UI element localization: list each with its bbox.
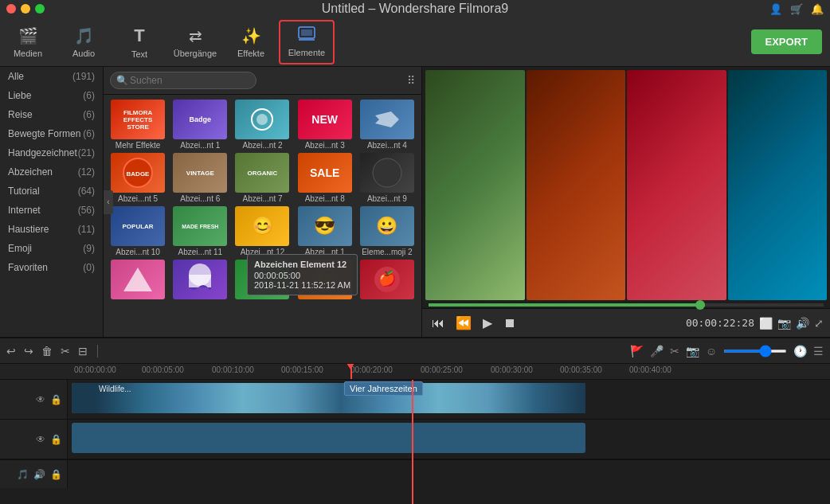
track-eye-button-2[interactable]: 👁	[36, 434, 45, 445]
thumbnail-abz7[interactable]: ORGANIC Abzei...nt 7	[233, 153, 292, 203]
thumbnail-abz6[interactable]: VINTAGE Abzei...nt 6	[170, 153, 229, 203]
close-button[interactable]	[6, 4, 16, 14]
thumbnail-row4a[interactable]	[108, 260, 167, 301]
video-clip[interactable]: Wildlife...	[72, 383, 585, 413]
preview-panel: ⏮ ⏪ ▶ ⏹ 00:00:22:28 ⬜ 📷 🔊 ⤢	[422, 67, 830, 337]
undo-button[interactable]: ↩	[6, 345, 16, 357]
timeline: ↩ ↪ 🗑 ✂ ⊟ 🚩 🎤 ✂ 📷 ☺ 🕐 ☰ 00:00:00:00 00:0…	[0, 337, 830, 504]
thumbnail-abz13[interactable]: 😎 Abzei...nt 1	[296, 206, 354, 256]
timeline-toolbar: ↩ ↪ 🗑 ✂ ⊟ 🚩 🎤 ✂ 📷 ☺ 🕐 ☰	[0, 338, 830, 364]
grid-view-icon[interactable]: ⠿	[407, 74, 415, 87]
volume-slider[interactable]	[723, 350, 787, 353]
minimize-button[interactable]	[21, 4, 30, 14]
export-button[interactable]: EXPORT	[751, 29, 822, 54]
toolbar-item-uebergaenge[interactable]: ⇄ Übergänge	[167, 20, 223, 64]
thumb-image	[173, 260, 227, 299]
toolbar-item-audio[interactable]: 🎵 Audio	[56, 20, 112, 64]
stop-button[interactable]: ⏹	[500, 315, 519, 332]
window-controls[interactable]	[6, 4, 45, 14]
category-favoriten[interactable]: Favoriten (0)	[0, 258, 103, 277]
cut-button[interactable]: ✂	[61, 345, 70, 357]
flag-icon[interactable]: 🚩	[630, 345, 644, 357]
thumbnail-row4e[interactable]: 🍎	[358, 260, 417, 301]
thumb-image	[235, 260, 289, 299]
track-lock-button[interactable]: 🔒	[50, 394, 62, 405]
play-button[interactable]: ▶	[480, 314, 495, 332]
cart-icon[interactable]: 🛒	[790, 3, 803, 15]
toolbar-item-elemente[interactable]: Elemente	[279, 20, 335, 64]
track-eye-button[interactable]: 👁	[36, 394, 45, 405]
category-emoji[interactable]: Emoji (9)	[0, 239, 103, 258]
bottom-audio-controls: 🎵 🔊 🔒	[0, 460, 68, 488]
mic-icon[interactable]: 🎤	[650, 345, 664, 357]
audio-volume-btn[interactable]: 🔊	[33, 469, 45, 480]
thumb-image: MADE FRESH	[173, 206, 227, 246]
panel-collapse-button[interactable]: ‹	[104, 190, 113, 214]
screen-icon-button[interactable]: ⬜	[759, 317, 773, 330]
thumbnail-abz2[interactable]: Abzei...nt 2	[233, 100, 292, 150]
thumbnail-abz11[interactable]: MADE FRESH Abzei...nt 11	[170, 206, 229, 256]
audio-clip[interactable]	[72, 423, 585, 453]
thumbnail-abz4[interactable]: Abzei...nt 4	[358, 100, 417, 150]
thumbnail-abz1[interactable]: Badge Abzei...nt 1	[170, 100, 229, 150]
category-reise[interactable]: Reise (6)	[0, 105, 103, 124]
toolbar-item-effekte[interactable]: ✨ Effekte	[223, 20, 279, 64]
audio-track-body[interactable]	[68, 420, 830, 459]
thumbnail-abz3[interactable]: NEW Abzei...nt 3	[296, 100, 354, 150]
smiley-icon[interactable]: ☺	[706, 345, 717, 357]
thumbnail-row4b[interactable]	[170, 260, 229, 301]
toolbar-item-text[interactable]: T Text	[112, 20, 167, 64]
category-liebe[interactable]: Liebe (6)	[0, 86, 103, 105]
menu-icon[interactable]: ☰	[813, 345, 824, 357]
account-icon[interactable]: 👤	[769, 3, 782, 15]
thumbnail-row4c[interactable]	[233, 260, 292, 301]
category-haustiere[interactable]: Haustiere (11)	[0, 220, 103, 239]
photo-icon[interactable]: 📷	[686, 345, 699, 357]
search-input[interactable]	[110, 72, 256, 89]
thumbnail-abz12[interactable]: 😊 Abzei...nt 12	[233, 206, 292, 256]
camera-icon-button[interactable]: 📷	[777, 317, 791, 330]
toolbar-item-medien[interactable]: 🎬 Medien	[0, 20, 56, 64]
thumbnail-abz5[interactable]: BADGE Abzei...nt 5	[108, 153, 167, 203]
clock-icon[interactable]: 🕐	[793, 345, 807, 357]
thumb-label: Abzei...nt 1	[305, 248, 345, 256]
volume-icon-button[interactable]: 🔊	[796, 317, 809, 330]
search-wrapper: 🔍	[110, 72, 402, 89]
maximize-button[interactable]	[35, 4, 45, 14]
fullscreen-button[interactable]: ⤢	[814, 317, 824, 330]
split-button[interactable]: ⊟	[78, 345, 88, 357]
video-track-body[interactable]: Wildlife...	[68, 380, 830, 419]
track-lock-button-2[interactable]: 🔒	[50, 434, 62, 445]
thumb-image	[360, 153, 414, 193]
audio-lock-btn[interactable]: 🔒	[50, 469, 62, 480]
category-internet[interactable]: Internet (56)	[0, 201, 103, 220]
playhead[interactable]	[350, 364, 352, 380]
uebergaenge-icon: ⇄	[189, 26, 202, 45]
category-tutorial[interactable]: Tutorial (64)	[0, 182, 103, 201]
audio-icon: 🎵	[74, 26, 94, 45]
timeline-ruler[interactable]: 00:00:00:00 00:00:05:00 00:00:10:00 00:0…	[0, 364, 830, 380]
thumbnail-abz8[interactable]: SALE Abzei...nt 8	[296, 153, 354, 203]
thumbnail-elme2[interactable]: 😀 Eleme...moji 2	[358, 206, 417, 256]
category-abzeichen[interactable]: Abzeichen (12)	[0, 162, 103, 182]
thumbnail-abz10[interactable]: POPULAR Abzei...nt 10	[108, 206, 167, 256]
thumb-image: BADGE	[111, 153, 165, 193]
notification-icon[interactable]: 🔔	[811, 3, 824, 15]
audio-note-icon[interactable]: 🎵	[17, 469, 29, 480]
category-bewegte-formen[interactable]: Bewegte Formen (6)	[0, 124, 103, 143]
clip-video-label: Wildlife...	[99, 385, 131, 393]
thumbnail-row4d[interactable]: 🍊	[296, 260, 354, 301]
preview-scrubber[interactable]	[429, 303, 824, 307]
ruler-mark-0: 00:00:00:00	[74, 365, 116, 374]
rewind-button[interactable]: ⏮	[429, 315, 448, 332]
preview-thumb-1	[425, 70, 525, 300]
thumbnail-abz9[interactable]: Abzei...nt 9	[358, 153, 417, 203]
redo-button[interactable]: ↪	[24, 345, 33, 357]
category-handgezeichnet[interactable]: Handgezeichnet (21)	[0, 143, 103, 162]
scissors-icon[interactable]: ✂	[670, 345, 679, 357]
step-back-button[interactable]: ⏪	[452, 314, 475, 332]
delete-button[interactable]: 🗑	[41, 345, 53, 357]
ruler-mark-1: 00:00:05:00	[142, 365, 184, 374]
category-alle[interactable]: Alle (191)	[0, 67, 103, 86]
thumbnail-mehr-effekte[interactable]: FILMORA EFFECTS STORE Mehr Effekte	[108, 100, 167, 150]
